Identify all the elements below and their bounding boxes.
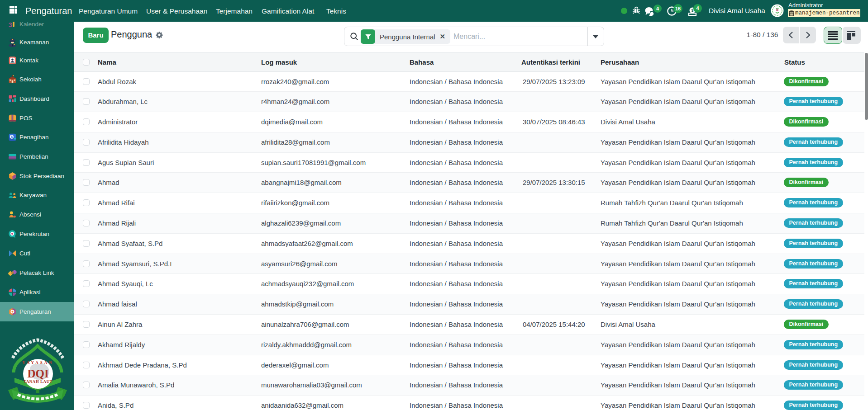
svg-text:DQI: DQI	[27, 368, 48, 380]
svg-text:YAYASAN: YAYASAN	[22, 360, 54, 365]
svg-text:3: 3	[9, 22, 12, 28]
svg-text:TANAH LAUT: TANAH LAUT	[24, 379, 52, 384]
